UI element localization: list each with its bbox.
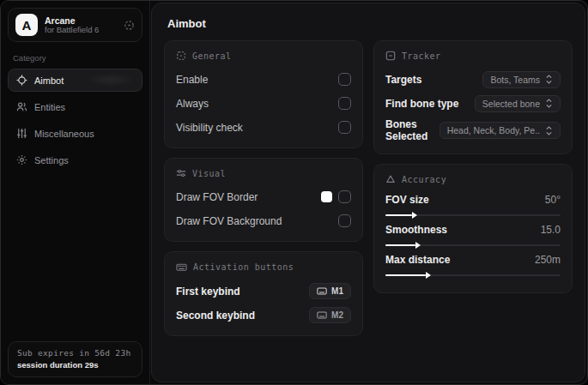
accuracy-card-header: Accuracy xyxy=(385,174,561,184)
general-card: General Enable Always Visibility check xyxy=(164,40,363,148)
smoothness-slider[interactable] xyxy=(385,244,561,246)
sidebar-item-entities[interactable]: Entities xyxy=(8,95,142,118)
tracker-row: Find bone type Selected bone xyxy=(385,94,561,112)
keyboard-icon xyxy=(176,262,187,273)
dropdown-value: Selected bone xyxy=(482,99,540,109)
visual-card: Visual Draw FOV Border Draw FOV Backgrou… xyxy=(164,158,363,242)
enable-checkbox[interactable] xyxy=(338,73,351,86)
dropdown-value: Bots, Teams xyxy=(490,75,540,85)
keyboard-icon xyxy=(317,287,327,295)
setting-row: Visibility check xyxy=(176,118,351,136)
setting-row: Draw FOV Border xyxy=(176,188,351,206)
tracker-card-header: Tracker xyxy=(385,51,561,61)
sidebar-item-label: Miscellaneous xyxy=(34,129,94,139)
setting-row: Always xyxy=(176,94,351,112)
slider-value: 15.0 xyxy=(541,224,561,236)
sidebar: A Arcane for Battlefield 6 Category xyxy=(1,1,150,384)
slider-fill[interactable] xyxy=(385,214,412,216)
dropdown-value: Head, Neck, Body, Pe.. xyxy=(447,125,540,135)
app-header-card: A Arcane for Battlefield 6 xyxy=(8,8,142,42)
visibility-check-checkbox[interactable] xyxy=(338,121,351,134)
accuracy-card: Accuracy FOV size 50° Smoothness xyxy=(373,164,573,293)
keybind-row: First keybind M1 xyxy=(176,282,351,300)
activation-card-header: Activation buttons xyxy=(176,262,351,273)
app-name: Arcane xyxy=(45,15,117,26)
draw-fov-background-checkbox[interactable] xyxy=(338,214,351,227)
bones-selected-dropdown[interactable]: Head, Neck, Body, Pe.. xyxy=(439,122,561,139)
max-distance-slider[interactable] xyxy=(385,274,561,276)
users-icon xyxy=(16,101,27,112)
tracker-card-title: Tracker xyxy=(402,51,441,61)
keybind-label: First keybind xyxy=(176,286,240,298)
category-label: Category xyxy=(13,53,137,63)
sidebar-item-settings[interactable]: Settings xyxy=(8,148,142,171)
fov-size-slider-group: FOV size 50° xyxy=(385,194,561,216)
draw-fov-border-checkbox[interactable] xyxy=(338,190,351,203)
sidebar-item-miscellaneous[interactable]: Miscellaneous xyxy=(8,122,142,145)
tracker-row: Targets Bots, Teams xyxy=(385,70,561,88)
visual-card-header: Visual xyxy=(176,168,351,178)
general-card-header: General xyxy=(176,51,351,61)
activation-buttons-card: Activation buttons First keybind M1 xyxy=(164,251,363,336)
main-panel: Aimbot General xyxy=(151,3,585,382)
find-bone-type-dropdown[interactable]: Selected bone xyxy=(475,95,561,112)
crosshair-icon xyxy=(16,75,27,86)
slider-value: 50° xyxy=(545,194,561,206)
visual-card-title: Visual xyxy=(192,169,226,178)
smoothness-slider-group: Smoothness 15.0 xyxy=(385,224,561,246)
targets-dropdown[interactable]: Bots, Teams xyxy=(482,71,561,88)
tune-sliders-icon xyxy=(176,168,186,178)
first-keybind-button[interactable]: M1 xyxy=(309,283,351,299)
app-meta: Arcane for Battlefield 6 xyxy=(45,15,117,35)
tracker-row: Bones Selected Head, Neck, Body, Pe.. xyxy=(385,118,561,142)
sidebar-item-label: Entities xyxy=(34,102,65,112)
session-duration-text: session duration 29s xyxy=(17,360,133,370)
slider-fill[interactable] xyxy=(385,244,415,246)
activation-card-title: Activation buttons xyxy=(193,262,294,272)
keybind-value: M2 xyxy=(331,310,343,320)
slider-label: FOV size xyxy=(385,194,429,206)
gauge-icon xyxy=(385,174,396,184)
setting-label: Enable xyxy=(176,74,208,86)
keybind-label: Second keybind xyxy=(176,310,255,322)
left-column: General Enable Always Visibility check xyxy=(164,40,363,336)
setting-row: Draw FOV Background xyxy=(176,212,351,230)
app-logo: A xyxy=(15,14,38,36)
tracker-label: Bones Selected xyxy=(385,118,439,142)
fov-border-color-swatch[interactable] xyxy=(321,191,332,202)
slider-value: 250m xyxy=(535,254,561,266)
unfold-icon xyxy=(545,99,553,108)
sidebar-item-label: Settings xyxy=(34,155,69,165)
sync-icon[interactable] xyxy=(124,20,135,31)
keybind-row: Second keybind M2 xyxy=(176,306,351,324)
sidebar-item-aimbot[interactable]: Aimbot xyxy=(8,69,142,92)
sidebar-item-label: Aimbot xyxy=(34,75,64,86)
setting-label: Visibility check xyxy=(176,122,243,134)
accuracy-card-title: Accuracy xyxy=(402,175,446,184)
second-keybind-button[interactable]: M2 xyxy=(309,307,351,323)
keyboard-icon xyxy=(317,311,327,319)
slider-fill[interactable] xyxy=(385,274,426,276)
vertical-sliders-icon xyxy=(16,128,27,139)
setting-row: Enable xyxy=(176,70,351,88)
sub-expires-text: Sub expires in 56d 23h xyxy=(17,348,133,358)
page-title: Aimbot xyxy=(164,14,573,40)
tracker-label: Find bone type xyxy=(385,98,458,110)
right-column: Tracker Targets Bots, Teams xyxy=(373,40,573,293)
keybind-value: M1 xyxy=(331,286,343,296)
tracker-label: Targets xyxy=(385,74,421,86)
max-distance-slider-group: Max distance 250m xyxy=(385,254,561,276)
app-subtitle: for Battlefield 6 xyxy=(45,26,117,35)
setting-label: Always xyxy=(176,98,209,110)
subscription-info-box: Sub expires in 56d 23h session duration … xyxy=(8,341,142,377)
setting-label: Draw FOV Background xyxy=(176,215,282,227)
setting-label: Draw FOV Border xyxy=(176,191,258,203)
unfold-icon xyxy=(545,75,553,84)
sidebar-nav: Aimbot Entities xyxy=(8,69,142,171)
always-checkbox[interactable] xyxy=(338,97,351,110)
slider-label: Smoothness xyxy=(385,224,447,236)
slider-label: Max distance xyxy=(385,254,450,266)
unfold-icon xyxy=(545,126,553,135)
tracker-box-icon xyxy=(385,51,396,61)
fov-size-slider[interactable] xyxy=(385,214,561,216)
